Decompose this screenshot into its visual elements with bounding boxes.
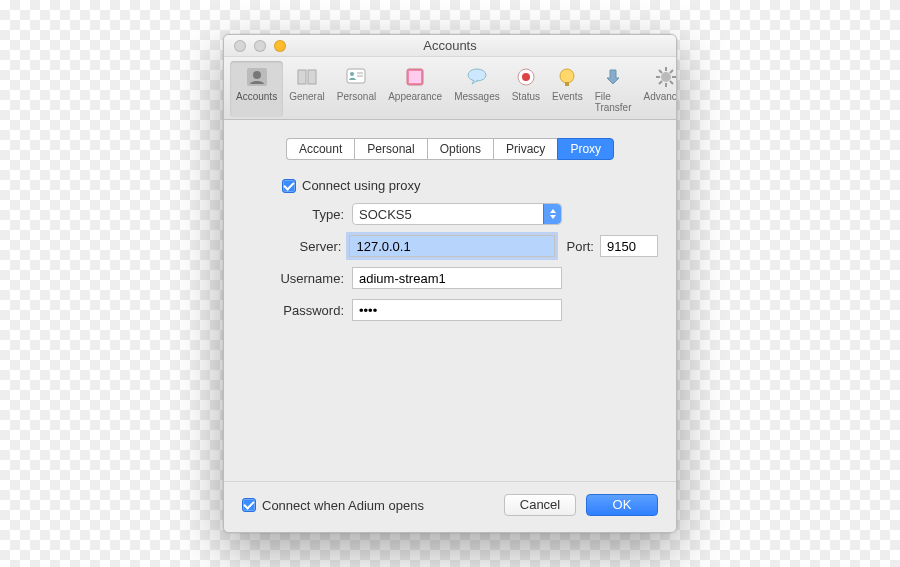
events-icon [553,63,581,91]
server-input[interactable] [349,235,554,257]
personal-icon [342,63,370,91]
window-title: Accounts [224,38,676,53]
accounts-icon [243,63,271,91]
type-label: Type: [242,207,352,222]
toolbar-label: Messages [454,91,500,102]
file-transfer-icon [599,63,627,91]
svg-rect-14 [565,82,569,86]
account-tabs: Account Personal Options Privacy Proxy [242,138,658,160]
preferences-toolbar: Accounts General Personal Appearance Mes… [224,57,676,120]
type-select[interactable]: SOCKS5 [352,203,562,225]
svg-point-13 [560,69,574,83]
toolbar-advanced[interactable]: Advanced [638,61,678,117]
content-area: Account Personal Options Privacy Proxy C… [224,120,676,481]
server-label: Server: [242,239,349,254]
svg-point-10 [468,69,486,81]
tab-personal[interactable]: Personal [354,138,426,160]
select-arrows-icon [543,204,561,224]
username-input[interactable] [352,267,562,289]
toolbar-label: General [289,91,325,102]
tab-account[interactable]: Account [286,138,354,160]
svg-rect-2 [298,70,306,84]
tab-options[interactable]: Options [427,138,493,160]
general-icon [293,63,321,91]
toolbar-personal[interactable]: Personal [331,61,382,117]
connect-proxy-label: Connect using proxy [302,178,421,193]
svg-line-23 [670,70,673,73]
svg-rect-9 [409,71,421,83]
type-value: SOCKS5 [359,207,412,222]
toolbar-appearance[interactable]: Appearance [382,61,448,117]
port-label: Port: [555,239,600,254]
status-icon [512,63,540,91]
titlebar: Accounts [224,35,676,57]
advanced-icon [652,63,677,91]
footer: Connect when Adium opens Cancel OK [224,481,676,532]
toolbar-status[interactable]: Status [506,61,546,117]
toolbar-accounts[interactable]: Accounts [230,61,283,117]
toolbar-label: Status [512,91,540,102]
appearance-icon [401,63,429,91]
password-label: Password: [242,303,352,318]
preferences-window: Accounts Accounts General Personal Appea… [223,34,677,533]
tab-privacy[interactable]: Privacy [493,138,557,160]
password-input[interactable] [352,299,562,321]
connect-on-open-row: Connect when Adium opens [242,498,424,513]
ok-button[interactable]: OK [586,494,658,516]
svg-point-5 [350,72,354,76]
connect-on-open-label: Connect when Adium opens [262,498,424,513]
messages-icon [463,63,491,91]
connect-on-open-checkbox[interactable] [242,498,256,512]
toolbar-events[interactable]: Events [546,61,589,117]
svg-point-1 [253,71,261,79]
cancel-button[interactable]: Cancel [504,494,576,516]
username-label: Username: [242,271,352,286]
toolbar-label: File Transfer [595,91,632,113]
toolbar-messages[interactable]: Messages [448,61,506,117]
svg-line-22 [659,81,662,84]
connect-proxy-checkbox[interactable] [282,179,296,193]
svg-point-12 [522,73,530,81]
svg-point-15 [661,72,671,82]
toolbar-label: Appearance [388,91,442,102]
toolbar-file-transfer[interactable]: File Transfer [589,61,638,117]
toolbar-label: Events [552,91,583,102]
toolbar-general[interactable]: General [283,61,331,117]
connect-proxy-checkbox-row: Connect using proxy [282,178,658,193]
svg-line-20 [659,70,662,73]
svg-rect-3 [308,70,316,84]
toolbar-label: Accounts [236,91,277,102]
port-input[interactable] [600,235,658,257]
tab-proxy[interactable]: Proxy [557,138,614,160]
toolbar-label: Advanced [644,91,678,102]
svg-line-21 [670,81,673,84]
toolbar-label: Personal [337,91,376,102]
